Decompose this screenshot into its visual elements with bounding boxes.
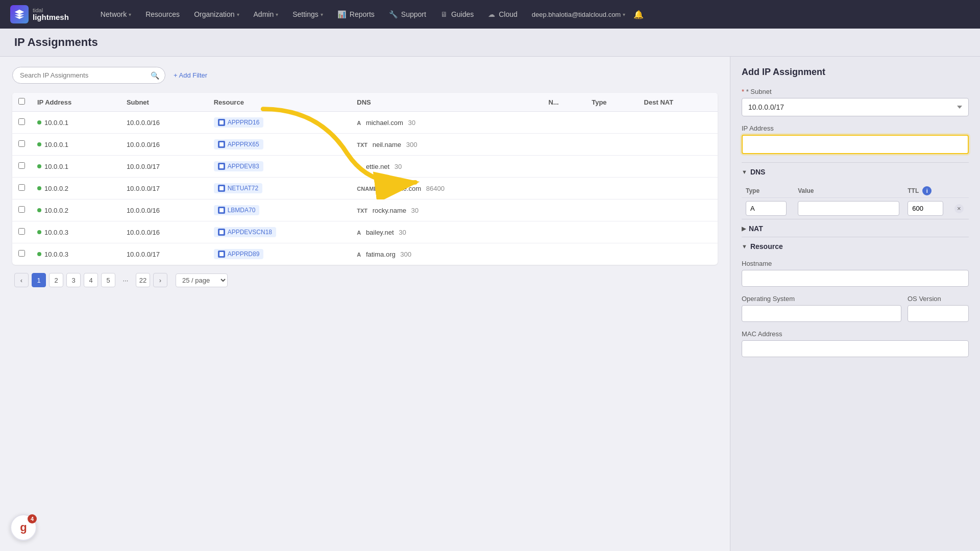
mac-input[interactable] xyxy=(742,340,969,357)
dns-ttl-label: 30 xyxy=(399,229,406,236)
status-icon xyxy=(37,208,41,212)
nav-guides[interactable]: 🖥 Guides xyxy=(434,7,480,21)
nav-admin[interactable]: Admin ▾ xyxy=(248,7,285,21)
row-checkbox[interactable] xyxy=(18,162,25,169)
content-layout: 🔍 + Add Filter IP Address Subnet Resourc… xyxy=(0,57,980,551)
os-version-input[interactable] xyxy=(908,305,969,322)
nav-reports[interactable]: 📊 Reports xyxy=(331,7,381,21)
row-checkbox[interactable] xyxy=(18,228,25,235)
logo-icon xyxy=(10,5,29,23)
notification-badge[interactable]: g 4 xyxy=(10,514,37,541)
dns-cell: CNAME vivienne.com 86400 xyxy=(351,178,542,199)
nav-support[interactable]: 🔧 Support xyxy=(383,7,432,21)
resource-badge[interactable]: APPDEV83 xyxy=(214,161,263,171)
nat-expand-icon: ▶ xyxy=(742,226,746,232)
col-dns: DNS xyxy=(351,93,542,112)
page-5-button[interactable]: 5 xyxy=(101,273,115,287)
resource-cell: APPDEV83 xyxy=(208,156,351,178)
resource-badge[interactable]: APPPRD89 xyxy=(214,249,264,259)
page-22-button[interactable]: 22 xyxy=(136,273,150,287)
search-input[interactable] xyxy=(12,67,165,84)
row-checkbox-cell xyxy=(12,112,31,134)
row-checkbox-cell xyxy=(12,156,31,178)
col-n: N... xyxy=(542,93,585,112)
row-checkbox[interactable] xyxy=(18,250,25,257)
nav-user[interactable]: deep.bhalotia@tidalcloud.com ▾ xyxy=(526,8,631,21)
os-field: Operating System xyxy=(742,295,901,322)
col-dest-nat: Dest NAT xyxy=(638,93,718,112)
dns-row-remove-icon[interactable]: × xyxy=(954,204,964,213)
nav-resources[interactable]: Resources xyxy=(139,7,186,21)
resource-badge[interactable]: APPPRX65 xyxy=(214,139,263,149)
os-version-field: OS Version xyxy=(908,295,969,322)
resource-badge[interactable]: NETUAT72 xyxy=(214,183,262,193)
nav-settings[interactable]: Settings ▾ xyxy=(286,7,329,21)
dns-value-label: bailey.net xyxy=(366,229,394,236)
subnet-select[interactable]: 10.0.0.0/17 xyxy=(742,98,969,116)
row-checkbox-cell xyxy=(12,243,31,265)
dns-section-header[interactable]: ▼ DNS xyxy=(742,162,969,180)
hostname-input[interactable] xyxy=(742,270,969,287)
page-3-button[interactable]: 3 xyxy=(66,273,81,287)
nav-network[interactable]: Network ▾ xyxy=(94,7,137,21)
per-page-select[interactable]: 10 / page 25 / page 50 / page 100 / page xyxy=(176,273,228,287)
search-icon: 🔍 xyxy=(151,71,159,80)
pagination: ‹ 1 2 3 4 5 ··· 22 › 10 / page 25 / page… xyxy=(12,273,718,287)
nav-organization[interactable]: Organization ▾ xyxy=(188,7,245,21)
subnet-cell: 10.0.0.0/16 xyxy=(120,112,208,134)
status-icon xyxy=(37,230,41,234)
logo-text: tidal lightmesh xyxy=(33,7,69,22)
page-header: IP Assignments xyxy=(0,29,980,57)
next-page-button[interactable]: › xyxy=(153,273,167,287)
dns-type-input[interactable] xyxy=(746,201,787,216)
add-filter-button[interactable]: + Add Filter xyxy=(174,71,207,79)
resource-section-header[interactable]: ▼ Resource xyxy=(742,237,969,255)
row-checkbox-cell xyxy=(12,178,31,199)
ip-assignments-table: IP Address Subnet Resource DNS N... Type… xyxy=(12,93,718,265)
dns-ttl-label: 30 xyxy=(408,119,415,127)
resource-cell: LBMDA70 xyxy=(208,199,351,221)
resource-badge[interactable]: APPPRD16 xyxy=(214,117,264,128)
status-icon xyxy=(37,142,41,146)
dns-cell: TXT neil.name 300 xyxy=(351,134,542,156)
dns-row: × xyxy=(742,198,969,219)
ip-address-input[interactable] xyxy=(742,135,969,154)
n-cell xyxy=(542,199,585,221)
dns-ttl-label: 300 xyxy=(400,251,411,258)
row-checkbox[interactable] xyxy=(18,206,25,213)
select-all-checkbox[interactable] xyxy=(18,98,25,105)
page-2-button[interactable]: 2 xyxy=(49,273,63,287)
ttl-info-icon[interactable]: i xyxy=(922,186,932,195)
row-checkbox[interactable] xyxy=(18,184,25,191)
status-icon xyxy=(37,164,41,168)
type-cell xyxy=(585,112,638,134)
dns-sub-table: Type Value TTL i xyxy=(742,184,969,219)
notification-bell-icon[interactable]: 🔔 xyxy=(633,10,644,19)
dns-collapse-icon: ▼ xyxy=(742,169,747,175)
row-checkbox[interactable] xyxy=(18,140,25,147)
main-wrapper: 🔍 + Add Filter IP Address Subnet Resourc… xyxy=(0,57,980,551)
nav-cloud[interactable]: ☁ Cloud xyxy=(482,7,524,21)
dns-ttl-label: 300 xyxy=(406,141,418,148)
topbar: tidal lightmesh Network ▾ Resources Orga… xyxy=(0,0,980,29)
type-cell xyxy=(585,134,638,156)
subnet-cell: 10.0.0.0/16 xyxy=(120,134,208,156)
row-checkbox[interactable] xyxy=(18,118,25,125)
dest-nat-cell xyxy=(638,221,718,243)
logo[interactable]: tidal lightmesh xyxy=(10,5,69,23)
resource-badge-icon xyxy=(218,251,225,258)
dns-cell: A fatima.org 300 xyxy=(351,243,542,265)
prev-page-button[interactable]: ‹ xyxy=(14,273,29,287)
resource-badge[interactable]: LBMDA70 xyxy=(214,205,260,215)
resource-badge[interactable]: APPDEVSCN18 xyxy=(214,227,276,237)
page-1-button[interactable]: 1 xyxy=(32,273,46,287)
dns-value-input[interactable] xyxy=(798,201,899,216)
chevron-down-icon: ▾ xyxy=(237,12,239,17)
chevron-down-icon: ▾ xyxy=(129,12,131,17)
ip-address-cell: 10.0.0.1 xyxy=(31,134,120,156)
nat-section-header[interactable]: ▶ NAT xyxy=(742,219,969,237)
dns-ttl-input[interactable] xyxy=(908,201,943,216)
os-input[interactable] xyxy=(742,305,901,322)
page-4-button[interactable]: 4 xyxy=(84,273,98,287)
ip-address-cell: 10.0.0.2 xyxy=(31,199,120,221)
